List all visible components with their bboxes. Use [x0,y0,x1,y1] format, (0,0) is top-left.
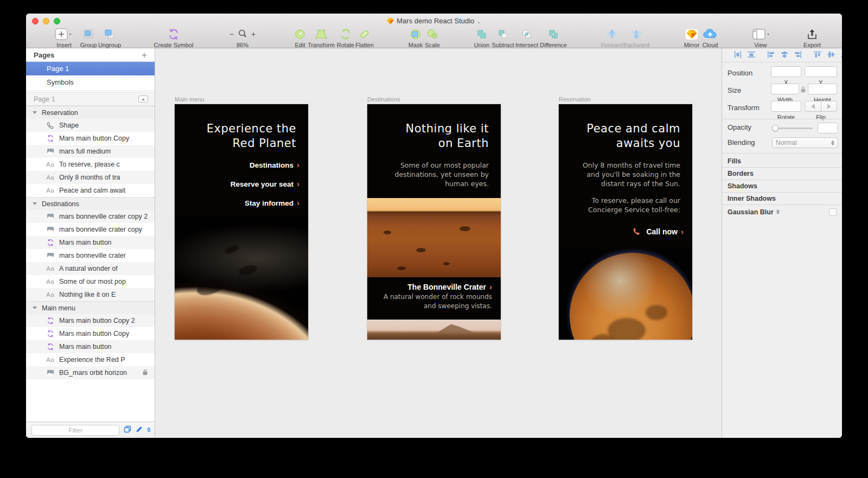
borders-section-header[interactable]: Borders [722,167,842,180]
menu-link-destinations[interactable]: Destinations› [250,160,299,169]
menu-link-stay-informed[interactable]: Stay informed› [245,198,299,207]
height-input[interactable] [808,84,837,94]
ungroup-icon [85,28,134,41]
reservation-paragraph-2: To reserve, please call our Concierge Se… [588,196,680,214]
toolbar-flatten-button[interactable]: Flatten [340,28,389,48]
layer-row[interactable]: mars bonneville crater copy [26,223,155,236]
zoom-in-button[interactable]: + [251,30,256,39]
text-layer-icon: Aa [46,265,55,272]
layer-group-destinations[interactable]: Destinations [26,197,155,210]
layer-row[interactable]: Aa Some of our most pop [26,275,155,288]
design-canvas[interactable]: Main menu Experience the Red Planet Dest… [155,48,722,438]
layer-row[interactable]: Aa Experience the Red P [26,353,155,366]
position-label: Position [727,69,752,77]
distribute-horizontally-icon[interactable] [734,50,742,60]
stepper-chevrons-icon[interactable] [776,209,780,214]
layer-row[interactable]: mars bonneville crater copy 2 [26,210,155,223]
layer-row[interactable]: Shape [26,119,155,132]
opacity-slider-knob[interactable] [772,125,778,131]
opacity-value-input[interactable] [818,123,838,133]
disclosure-triangle-icon[interactable] [33,111,37,114]
toolbar-create-symbol-button[interactable]: Create Symbol [149,28,198,48]
title-menu-chevron-icon[interactable]: ⌄ [476,18,481,24]
layer-row[interactable]: Aa To reserve, please c [26,158,155,171]
card-title-bonneville[interactable]: The Bonneville Crater› [407,282,492,291]
artboard-destinations[interactable]: Nothing like it on Earth Some of our mos… [367,104,501,340]
toolbar-difference-button[interactable]: Difference [529,28,578,48]
layer-row[interactable]: Aa A natural wonder of [26,262,155,275]
collapse-artboards-icon[interactable] [138,95,148,103]
layer-row[interactable]: mars full medium [26,145,155,158]
toolbar-export-button[interactable]: Export [788,28,837,48]
menu-link-reserve[interactable]: Reserve your seat› [231,179,299,188]
flip-vertical-button[interactable] [821,101,837,111]
align-left-icon[interactable] [767,50,775,60]
gaussian-blur-section[interactable]: Gaussian Blur [722,205,842,219]
toolbar-cloud-button[interactable]: Cloud [686,28,735,48]
disclosure-triangle-icon[interactable] [33,202,37,205]
image-layer-icon [46,369,55,377]
layer-row[interactable]: Mars main button Copy [26,132,155,145]
page-item-symbols[interactable]: Symbols [26,75,155,89]
flip-horizontal-button[interactable] [805,101,821,111]
opacity-slider-track[interactable] [774,128,813,129]
artboard-label-reservation[interactable]: Reservation [559,96,591,103]
artboard-label-main-menu[interactable]: Main menu [175,96,204,103]
reservation-paragraph-1: Only 8 months of travel time and you'll … [583,161,680,188]
shadows-section-header[interactable]: Shadows [722,180,842,192]
add-page-button[interactable]: + [142,50,147,60]
layer-row[interactable]: Mars main button [26,340,155,353]
artboard-label-destinations[interactable]: Destinations [367,96,400,103]
view-icon [736,28,785,41]
disclosure-triangle-icon[interactable] [33,307,37,309]
pages-overlay-icon[interactable] [124,425,131,435]
symbol-icon [46,330,55,337]
layer-row[interactable]: Mars main button Copy [26,327,155,340]
layer-row[interactable]: BG_mars orbit horizon [26,366,155,379]
pencil-icon[interactable] [136,425,143,435]
size-lock-icon[interactable] [801,85,806,95]
artboard-main-menu[interactable]: Experience the Red Planet Destinations› … [175,104,308,340]
chevron-right-icon: › [681,227,684,236]
layer-group-reservation[interactable]: Reservation [26,106,155,119]
zoom-level[interactable]: 86% [213,42,272,48]
toolbar-scale-button[interactable]: Scale [408,28,457,48]
pages-panel: Pages + Page 1 Symbols [26,48,155,91]
inner-shadows-section-header[interactable]: Inner Shadows [722,192,842,205]
align-middle-vertical-icon[interactable] [827,50,835,60]
chevron-right-icon: › [297,179,299,188]
stepper-chevrons-icon [831,141,834,145]
toolbar-ungroup-button[interactable]: Ungroup [85,28,134,48]
sketch-document-icon [387,18,394,26]
layer-row[interactable]: Mars main button [26,236,155,249]
layer-group-main-menu[interactable]: Main menu [26,301,155,314]
align-top-icon[interactable] [814,50,821,60]
layer-row[interactable]: Aa Only 8 months of tra [26,171,155,184]
page-item-page-1[interactable]: Page 1 [26,62,155,75]
main-menu-title: Experience the Red Planet [207,122,296,151]
toolbar-backward-button[interactable]: Backward [612,28,661,48]
distribute-vertically-icon[interactable] [748,50,755,60]
layer-row[interactable]: Mars main button Copy 2 [26,314,155,327]
align-center-horizontal-icon[interactable] [781,50,788,60]
call-now-button[interactable]: Call now› [633,227,684,237]
align-bottom-icon[interactable] [841,50,842,60]
artboard-reservation[interactable]: Peace and calm awaits you Only 8 months … [559,104,692,340]
transform-label: Transform [727,104,760,112]
zoom-out-button[interactable]: − [229,30,234,39]
layer-row[interactable]: Aa Peace and calm await [26,184,155,197]
layer-row[interactable]: Aa Nothing like it on E [26,288,155,301]
lock-icon[interactable] [142,369,148,377]
position-x-input[interactable] [771,66,801,77]
toolbar-view-button[interactable]: View [736,28,785,48]
layer-row[interactable]: mars bonneville crater [26,249,155,262]
filter-input[interactable] [31,425,119,436]
flip-label: Flip [805,114,837,120]
position-y-input[interactable] [805,66,837,77]
align-right-icon[interactable] [794,50,802,60]
width-input[interactable] [771,84,799,94]
fills-section-header[interactable]: Fills [722,155,842,167]
blending-select[interactable]: Normal [772,137,838,148]
gaussian-blur-checkbox[interactable] [829,208,837,216]
rotate-input[interactable] [771,101,801,112]
